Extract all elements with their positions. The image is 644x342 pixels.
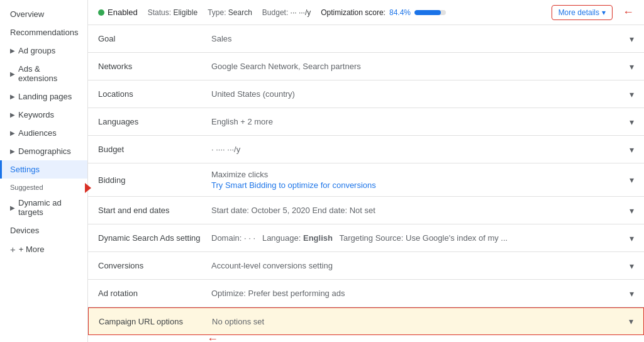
- sidebar-item-settings[interactable]: Settings: [0, 160, 87, 179]
- chevron-down-icon: ▾: [630, 175, 634, 185]
- sidebar-item-devices[interactable]: Devices: [0, 221, 87, 240]
- chevron-down-icon: ▾: [630, 34, 634, 44]
- score-bar: [414, 10, 446, 15]
- status-enabled: Enabled: [98, 8, 138, 17]
- sidebar-item-label: Devices: [10, 226, 39, 235]
- chevron-down-icon: ▾: [630, 145, 634, 155]
- sidebar-item-keywords[interactable]: ▶ Keywords: [0, 106, 87, 124]
- more-details-label: More details: [558, 8, 599, 17]
- enabled-dot: [98, 9, 104, 16]
- row-value-conversions: Account-level conversions setting: [211, 261, 625, 270]
- sidebar-item-label: Ads & extensions: [18, 64, 80, 83]
- language-value: English: [303, 233, 333, 243]
- row-label-locations: Locations: [98, 89, 211, 99]
- row-label-ad-rotation: Ad rotation: [98, 289, 211, 298]
- optimization-key: Optimization score:: [321, 8, 386, 17]
- sidebar-item-label: Recommendations: [10, 28, 78, 37]
- sidebar-item-label: Settings: [10, 165, 40, 174]
- sidebar-item-label: Keywords: [18, 110, 54, 119]
- row-value-networks: Google Search Network, Search partners: [211, 62, 625, 71]
- settings-row-ip-exclusions[interactable]: IP exclusions No exclusions set ▾: [88, 335, 644, 342]
- score-fill: [414, 10, 441, 15]
- chevron-right-icon: ▶: [10, 93, 15, 100]
- row-label-goal: Goal: [98, 34, 211, 43]
- row-value-bidding: Maximize clicks Try Smart Bidding to opt…: [211, 170, 625, 190]
- chevron-down-icon: ▾: [629, 316, 633, 326]
- chevron-down-icon: ▾: [602, 8, 606, 17]
- sidebar-item-ad-groups[interactable]: ▶ Ad groups: [0, 41, 87, 60]
- row-label-conversions: Conversions: [98, 261, 211, 270]
- sidebar-item-ads-extensions[interactable]: ▶ Ads & extensions: [0, 60, 87, 87]
- sidebar-item-label: Audiences: [18, 128, 57, 138]
- settings-row-languages[interactable]: Languages English + 2 more ▾: [88, 108, 644, 136]
- row-label-bidding: Bidding: [98, 175, 211, 185]
- more-details-button[interactable]: More details ▾: [552, 5, 613, 20]
- row-label-campaign-url-options: Campaign URL options: [99, 317, 212, 326]
- chevron-down-icon: ▾: [630, 89, 634, 99]
- more-details-arrow: ←: [623, 6, 634, 19]
- sidebar-item-label: Ad groups: [18, 46, 55, 55]
- sidebar-item-recommendations[interactable]: Recommendations: [0, 23, 87, 41]
- settings-table: Goal Sales ▾ Networks Google Search Netw…: [88, 25, 644, 342]
- chevron-right-icon: ▶: [10, 130, 15, 136]
- status-value: Eligible: [173, 8, 197, 17]
- settings-row-dynamic-search-ads[interactable]: Dynamic Search Ads setting Domain: · · ·…: [88, 224, 644, 252]
- enabled-label: Enabled: [108, 8, 138, 17]
- chevron-right-icon: ▶: [10, 204, 15, 211]
- status-key: Status:: [148, 8, 171, 17]
- sidebar-item-overview[interactable]: Overview: [0, 5, 87, 23]
- chevron-down-icon: ▾: [630, 289, 634, 299]
- optimization-score: Optimization score: 84.4%: [321, 8, 446, 17]
- budget-item: Budget: ··· ···/y: [262, 8, 311, 17]
- chevron-right-icon: ▶: [10, 111, 15, 118]
- settings-row-start-end-dates[interactable]: Start and end dates Start date: October …: [88, 197, 644, 224]
- budget-key: Budget:: [262, 8, 288, 17]
- sidebar-item-audiences[interactable]: ▶ Audiences: [0, 124, 87, 142]
- row-value-goal: Sales: [211, 34, 625, 43]
- type-value: Search: [228, 8, 252, 17]
- chevron-right-icon: ▶: [10, 148, 15, 155]
- settings-row-bidding[interactable]: Bidding Maximize clicks Try Smart Biddin…: [88, 163, 644, 197]
- bidding-smart-bidding-link[interactable]: Try Smart Bidding to optimize for conver…: [211, 180, 625, 190]
- row-label-networks: Networks: [98, 62, 211, 71]
- sidebar: Overview Recommendations ▶ Ad groups ▶ A…: [0, 0, 88, 342]
- settings-row-campaign-url-options[interactable]: Campaign URL options No options set ▾ ←: [88, 307, 644, 335]
- sidebar-item-label: Landing pages: [18, 92, 72, 101]
- row-value-locations: United States (country): [211, 89, 625, 99]
- sidebar-item-landing-pages[interactable]: ▶ Landing pages: [0, 87, 87, 106]
- settings-row-networks[interactable]: Networks Google Search Network, Search p…: [88, 53, 644, 80]
- chevron-right-icon: ▶: [10, 47, 15, 54]
- row-value-ad-rotation: Optimize: Prefer best performing ads: [211, 289, 625, 298]
- row-value-budget: · ···· ···/y: [211, 145, 625, 154]
- campaign-url-arrow: ←: [207, 333, 218, 342]
- sidebar-item-label: Demographics: [18, 146, 71, 156]
- plus-icon: +: [10, 244, 16, 255]
- bidding-value-line1: Maximize clicks: [211, 170, 625, 179]
- suggested-section-label: Suggested: [0, 179, 87, 194]
- row-label-languages: Languages: [98, 117, 211, 126]
- settings-row-goal[interactable]: Goal Sales ▾: [88, 25, 644, 53]
- row-label-dynamic-search-ads: Dynamic Search Ads setting: [98, 233, 211, 243]
- settings-row-budget[interactable]: Budget · ···· ···/y ▾: [88, 136, 644, 163]
- sidebar-item-demographics[interactable]: ▶ Demographics: [0, 142, 87, 160]
- settings-row-ad-rotation[interactable]: Ad rotation Optimize: Prefer best perfor…: [88, 280, 644, 307]
- sidebar-item-dynamic-ad-targets[interactable]: ▶ Dynamic ad targets: [0, 194, 87, 221]
- type-key: Type:: [208, 8, 226, 17]
- row-value-start-end-dates: Start date: October 5, 2020 End date: No…: [211, 206, 625, 215]
- settings-row-locations[interactable]: Locations United States (country) ▾: [88, 80, 644, 108]
- row-value-languages: English + 2 more: [211, 117, 625, 126]
- type-item: Type: Search: [208, 8, 252, 17]
- settings-indicator-arrow: [85, 183, 91, 193]
- chevron-down-icon: ▾: [630, 261, 634, 271]
- row-value-dynamic-search-ads: Domain: · · · Language: English Targetin…: [211, 233, 625, 243]
- chevron-down-icon: ▾: [630, 233, 634, 243]
- settings-row-conversions[interactable]: Conversions Account-level conversions se…: [88, 252, 644, 280]
- more-menu-item[interactable]: + + More: [0, 240, 87, 259]
- chevron-down-icon: ▾: [630, 206, 634, 216]
- row-value-campaign-url-options: No options set: [212, 317, 624, 326]
- more-label: + More: [19, 245, 45, 254]
- sidebar-item-label: Dynamic ad targets: [18, 198, 80, 217]
- sidebar-item-label: Overview: [10, 9, 44, 19]
- optimization-value: 84.4%: [389, 8, 411, 17]
- chevron-down-icon: ▾: [630, 62, 634, 72]
